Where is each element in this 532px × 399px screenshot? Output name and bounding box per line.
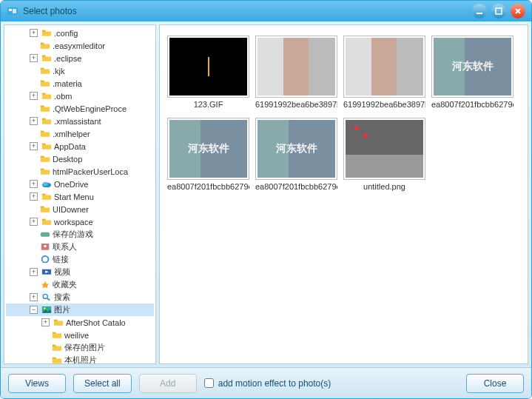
close-footer-button[interactable]: Close xyxy=(466,374,524,393)
tree-node-7[interactable]: +.xmlassistant xyxy=(6,115,154,127)
titlebar[interactable]: Select photos xyxy=(1,1,531,21)
tree-node-1[interactable]: .easyxmleditor xyxy=(6,39,154,52)
favorites-icon xyxy=(40,281,50,289)
thumbnail-image xyxy=(255,36,337,98)
thumbnail-name: 123.GIF xyxy=(167,100,249,110)
expand-icon[interactable]: + xyxy=(41,318,50,326)
tree-node-13[interactable]: +Start Menu xyxy=(6,190,154,203)
folder-icon xyxy=(41,92,52,101)
tree-node-16[interactable]: 保存的游戏 xyxy=(6,228,154,241)
svg-rect-32 xyxy=(53,332,55,333)
expand-icon[interactable]: + xyxy=(30,92,38,100)
tree-node-18[interactable]: 链接 xyxy=(6,253,154,266)
tree-node-9[interactable]: +AppData xyxy=(6,140,154,152)
contacts-icon xyxy=(40,243,50,252)
thumbnail-name: ea8007f201fbcbb6279e195b68d7e944... xyxy=(255,182,337,192)
expand-icon[interactable]: + xyxy=(30,142,38,150)
tree-node-5[interactable]: +.obm xyxy=(6,90,154,102)
tree-label: AfterShot Catalo xyxy=(66,318,126,327)
tree-node-17[interactable]: 联系人 xyxy=(6,241,154,253)
thumbnail-item[interactable]: 123.GIF xyxy=(167,36,249,110)
tree-node-25[interactable]: 保存的图片 xyxy=(6,341,154,354)
add-button[interactable]: Add xyxy=(139,374,197,393)
tree-node-3[interactable]: .kjk xyxy=(6,64,154,77)
expand-icon[interactable]: − xyxy=(30,306,38,314)
tree-label: 收藏夹 xyxy=(53,279,77,290)
tree-node-4[interactable]: .materia xyxy=(6,77,154,90)
tree-node-21[interactable]: +搜索 xyxy=(6,291,154,304)
expand-icon[interactable]: + xyxy=(30,29,38,37)
tree-label: 保存的图片 xyxy=(64,342,105,353)
svg-rect-5 xyxy=(42,30,45,31)
footer: Views Select all Add add motion effect t… xyxy=(1,367,531,398)
window: Select photos +.config.easyxmleditor+.ec… xyxy=(0,0,532,399)
thumbnail-image xyxy=(255,118,337,180)
folder-icon xyxy=(52,356,62,365)
thumbnail-item[interactable]: ea8007f201fbcbb6279e195b68d7e944... xyxy=(255,118,337,192)
expand-icon[interactable]: + xyxy=(30,117,38,125)
svg-point-24 xyxy=(44,244,47,247)
tree-node-23[interactable]: +AfterShot Catalo xyxy=(6,316,154,329)
svg-point-30 xyxy=(44,307,46,309)
tree-node-15[interactable]: +workspace xyxy=(6,215,154,228)
tree-node-6[interactable]: .QtWebEngineProce xyxy=(6,102,154,115)
thumbnail-item[interactable]: untitled.png xyxy=(343,118,425,192)
tree-label: Desktop xyxy=(53,155,82,164)
thumbnail-item[interactable]: 61991992bea6be3897b7c02e2dc6901... xyxy=(343,36,425,110)
tree-node-0[interactable]: +.config xyxy=(6,27,154,39)
svg-rect-15 xyxy=(41,155,44,157)
tree-node-14[interactable]: UIDowner xyxy=(6,203,154,215)
tree-node-10[interactable]: Desktop xyxy=(6,152,154,165)
thumbnail-item[interactable]: ea8007f201fbcbb6279e195b68d7e944... xyxy=(431,36,514,110)
tree-label: .materia xyxy=(53,79,82,88)
thumbnail-name: 61991992bea6be3897b7c02e2dc6901... xyxy=(255,100,337,110)
folder-icon xyxy=(40,130,50,138)
svg-point-25 xyxy=(42,255,49,262)
expand-icon[interactable]: + xyxy=(30,180,38,188)
expand-icon[interactable]: + xyxy=(30,218,38,226)
tree-label: weilive xyxy=(64,331,89,340)
svg-rect-9 xyxy=(41,80,44,81)
folder-icon xyxy=(40,104,50,113)
thumbnail-item[interactable]: 61991992bea6be3897b7c02e2dc6901... xyxy=(255,36,337,110)
folder-icon xyxy=(52,331,62,340)
tree-node-12[interactable]: +OneDrive xyxy=(6,178,154,190)
tree-label: 搜索 xyxy=(54,292,70,303)
svg-rect-11 xyxy=(41,105,44,107)
tree-label: .config xyxy=(54,29,78,38)
expand-icon[interactable]: + xyxy=(30,54,38,62)
expand-icon[interactable]: + xyxy=(30,293,38,301)
tree-label: 保存的游戏 xyxy=(53,229,93,240)
tree-node-2[interactable]: +.eclipse xyxy=(6,52,154,64)
app-icon xyxy=(7,5,18,17)
tree-label: htmlPackerUserLoca xyxy=(53,167,128,176)
thumbnail-name: ea8007f201fbcbb6279e195b68d7e944... xyxy=(167,182,249,192)
tree-node-22[interactable]: −图片 xyxy=(6,304,154,316)
folder-icon xyxy=(53,318,64,327)
select-all-button[interactable]: Select all xyxy=(73,374,132,393)
tree-node-19[interactable]: +视频 xyxy=(6,266,154,278)
tree-node-20[interactable]: 收藏夹 xyxy=(6,278,154,291)
tree-node-11[interactable]: htmlPackerUserLoca xyxy=(6,165,154,178)
expand-icon[interactable]: + xyxy=(30,268,38,276)
svg-rect-2 xyxy=(13,9,16,13)
tree-node-24[interactable]: weilive xyxy=(6,329,154,341)
motion-effect-input[interactable] xyxy=(204,378,214,388)
views-button[interactable]: Views xyxy=(8,374,66,393)
expand-icon[interactable]: + xyxy=(30,192,38,201)
svg-rect-13 xyxy=(41,130,44,132)
tree-label: OneDrive xyxy=(54,180,88,189)
svg-rect-12 xyxy=(42,118,45,119)
folder-tree-panel[interactable]: +.config.easyxmleditor+.eclipse.kjk.mate… xyxy=(4,24,156,364)
thumbnail-item[interactable]: ea8007f201fbcbb6279e195b68d7e944... xyxy=(167,118,249,192)
minimize-button[interactable] xyxy=(472,4,487,19)
body: +.config.easyxmleditor+.eclipse.kjk.mate… xyxy=(1,21,531,367)
tree-node-8[interactable]: .xmlhelper xyxy=(6,127,154,140)
motion-effect-checkbox[interactable]: add motion effect to photo(s) xyxy=(204,378,331,389)
tree-node-26[interactable]: 本机照片 xyxy=(6,354,154,364)
svg-rect-19 xyxy=(42,193,45,195)
thumbnails-panel[interactable]: 123.GIF61991992bea6be3897b7c02e2dc6901..… xyxy=(159,24,528,364)
svg-rect-1 xyxy=(9,9,12,11)
maximize-button[interactable] xyxy=(491,4,506,19)
close-button[interactable] xyxy=(511,4,525,19)
